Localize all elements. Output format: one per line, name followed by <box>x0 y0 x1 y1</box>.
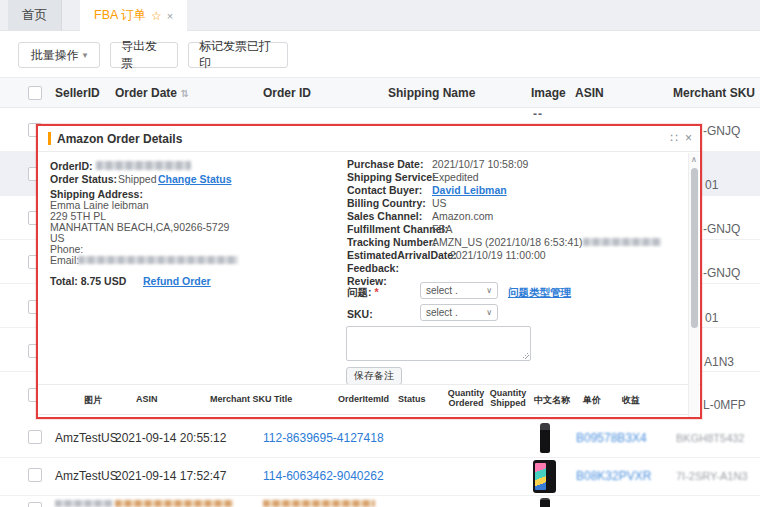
address-line2: MANHATTAN BEACH,CA,90266-5729 <box>50 221 229 233</box>
tab-fba-orders[interactable]: FBA 订单 ☆ × <box>80 0 187 31</box>
question-label: 问题: * <box>347 286 379 300</box>
sku-select-value: select . <box>426 307 458 318</box>
redacted-tracking-code <box>583 238 661 246</box>
col-merchant-sku: Merchant SKU <box>673 86 755 100</box>
product-phone-image <box>533 460 556 493</box>
mark-invoice-printed-label: 标记发票已打印 <box>199 38 277 72</box>
feedback-label: Feedback: <box>347 262 399 274</box>
purchase-date-value: 2021/10/17 10:58:09 <box>432 158 528 170</box>
redacted-email-value <box>78 256 238 264</box>
export-invoice-label: 导出发票 <box>121 38 167 72</box>
modal-header: Amazon Order Details ∷ × <box>38 126 700 152</box>
fba-orders-screen: 首页 FBA 订单 ☆ × 批量操作 ▾ 导出发票 标记发票已打印 Seller… <box>0 0 760 507</box>
save-note-button[interactable]: 保存备注 <box>346 367 402 385</box>
merchant-sku-fragment: A1N3 <box>704 355 734 369</box>
tab-close-icon[interactable]: × <box>167 10 173 22</box>
export-invoice-button[interactable]: 导出发票 <box>110 42 178 68</box>
sales-channel-value: Amazon.com <box>432 210 493 222</box>
sort-icon[interactable]: ⇅ <box>180 88 188 99</box>
cell-order-date: 2021-09-14 20:55:12 <box>115 431 226 445</box>
row-divider <box>0 495 760 496</box>
item-col-status: Status <box>398 394 426 404</box>
billing-country-value: US <box>432 197 447 209</box>
amazon-order-details-modal: Amazon Order Details ∷ × OrderID: Order … <box>36 124 702 419</box>
sales-channel-label: Sales Channel: <box>347 210 422 222</box>
required-mark: * <box>374 286 378 298</box>
modal-title: Amazon Order Details <box>57 132 182 146</box>
redacted-date <box>115 500 233 507</box>
tab-bar: 首页 FBA 订单 ☆ × <box>0 0 760 31</box>
order-status-value: Shipped <box>118 173 157 185</box>
refund-order-link[interactable]: Refund Order <box>143 275 211 287</box>
order-id-link[interactable]: 114-6063462-9040262 <box>263 469 384 483</box>
product-bottle-image <box>540 498 550 507</box>
items-table-bottom-border <box>38 414 700 415</box>
eta-value: 2021/10/19 11:00:00 <box>450 249 546 261</box>
tab-fba-orders-label: FBA 订单 <box>94 7 146 24</box>
items-table-top-border <box>38 384 700 385</box>
note-textarea[interactable] <box>346 326 531 361</box>
tracking-number-value: AMZN_US (2021/10/18 6:53:41) <box>432 236 583 248</box>
asin-link[interactable]: B08K32PVXR <box>576 469 651 483</box>
scrollbar-thumb[interactable] <box>691 168 698 328</box>
question-select[interactable]: select . ∨ <box>420 282 498 299</box>
row-checkbox[interactable] <box>28 430 42 444</box>
col-image: Image <box>531 86 566 100</box>
scroll-up-icon[interactable]: ∧ <box>689 153 699 166</box>
modal-scrollbar: ∧ <box>688 153 699 417</box>
shipping-service-label: Shipping Service: <box>347 171 436 183</box>
billing-country-label: Billing Country: <box>347 197 426 209</box>
merchant-sku-fragment: 01 <box>705 178 718 192</box>
sku-select[interactable]: select . ∨ <box>420 304 498 321</box>
change-status-link[interactable]: Change Status <box>158 173 232 185</box>
batch-operations-button[interactable]: 批量操作 ▾ <box>18 42 100 68</box>
cell-merchant-sku: 7I-2SRY-A1N3 <box>676 470 748 482</box>
cell-seller-id: AmzTestUS <box>55 431 118 445</box>
item-col-asin: ASIN <box>136 394 158 404</box>
col-order-id: Order ID <box>263 86 311 100</box>
product-bottle-image <box>540 423 550 453</box>
redacted-order-id-value <box>96 161 191 170</box>
item-col-revenue: 收益 <box>622 394 640 407</box>
total-label: Total: 8.75 USD <box>50 275 126 287</box>
resize-icon[interactable]: ∷ <box>670 131 678 145</box>
cell-merchant-sku: BKGH8T5432 <box>676 432 744 444</box>
mark-invoice-printed-button[interactable]: 标记发票已打印 <box>188 42 288 68</box>
contact-buyer-link[interactable]: David Leibman <box>432 184 507 196</box>
col-order-date: Order Date ⇅ <box>115 86 189 100</box>
title-accent-bar <box>48 132 51 145</box>
item-col-orderitemid: OrderItemId <box>338 394 389 404</box>
row-checkbox[interactable] <box>28 468 42 482</box>
sku-label: SKU: <box>347 308 373 320</box>
select-all-checkbox[interactable] <box>28 86 42 100</box>
question-select-value: select . <box>426 285 458 296</box>
merchant-sku-fragment: -GNJQ <box>703 222 740 236</box>
order-id-label: OrderID: <box>50 160 93 172</box>
order-id-link[interactable]: 112-8639695-4127418 <box>263 431 384 445</box>
col-asin: ASIN <box>575 86 604 100</box>
merchant-sku-fragment: 01 <box>705 311 718 325</box>
tab-home[interactable]: 首页 <box>8 0 62 31</box>
orders-table-header: SellerID Order Date ⇅ Order ID Shipping … <box>0 77 760 108</box>
image-placeholder: -- <box>533 108 543 120</box>
tab-home-label: 首页 <box>22 7 47 24</box>
question-type-management-link[interactable]: 问题类型管理 <box>508 286 571 300</box>
fulfillment-channel-value: FBA <box>432 223 452 235</box>
redacted-seller <box>55 500 113 507</box>
chevron-down-icon: ▾ <box>83 50 88 60</box>
merchant-sku-fragment: -GNJQ <box>703 266 740 280</box>
asin-link[interactable]: B09578B3X4 <box>576 431 647 445</box>
cell-seller-id: AmzTestUS <box>55 469 118 483</box>
item-col-unit-price: 单价 <box>583 394 601 407</box>
favorite-star-icon[interactable]: ☆ <box>151 9 162 23</box>
item-col-sku-title: Merchant SKU Title <box>210 394 292 404</box>
textarea-resize-grip[interactable] <box>522 352 529 359</box>
item-col-qty-shipped: Quantity Shipped <box>488 388 528 409</box>
shipping-service-value: Expedited <box>432 171 479 183</box>
row-checkbox[interactable] <box>28 502 42 507</box>
email-label: Email: <box>50 254 79 266</box>
merchant-sku-fragment: -GNJQ <box>703 124 740 138</box>
close-icon[interactable]: × <box>685 131 692 145</box>
col-seller-id: SellerID <box>55 86 100 100</box>
purchase-date-label: Purchase Date: <box>347 158 423 170</box>
